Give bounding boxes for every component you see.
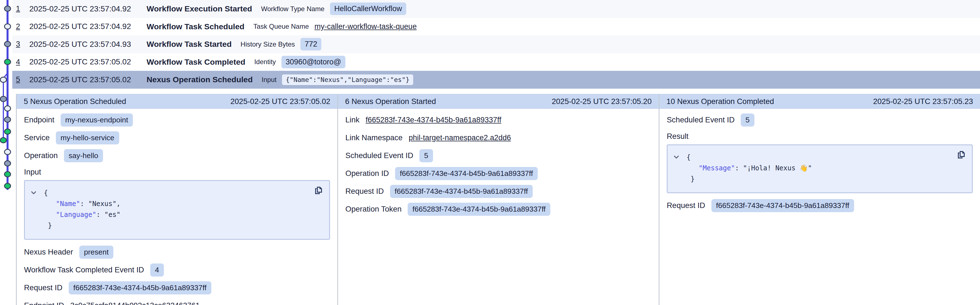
timeline-dot-light <box>5 24 11 29</box>
event-row[interactable]: 5 2025-02-25 UTC 23:57:05.02 Nexus Opera… <box>12 71 980 88</box>
field-value: my-hello-service <box>56 131 119 144</box>
timeline-dot-light <box>0 77 6 82</box>
field-link[interactable]: f665283f-743e-4374-b45b-9a61a89337ff <box>366 116 501 124</box>
json-code: { "Name": "Nexus", "Language": "es" } <box>44 188 307 231</box>
panel-title: 5 Nexus Operation Scheduled <box>24 97 126 106</box>
json-code-line: } <box>687 174 950 185</box>
detail-field: Request ID f665283f-743e-4374-b45b-9a61a… <box>667 196 973 214</box>
json-code-line: "Name": "Nexus", <box>44 199 307 209</box>
json-code-block: { "Message": "¡Hola! Nexus 👋" } <box>667 144 973 193</box>
field-label: Nexus Header <box>24 248 73 256</box>
event-name: Workflow Execution Started <box>146 4 252 13</box>
timeline-dot-light <box>5 149 11 155</box>
event-id-link[interactable]: 4 <box>16 58 29 66</box>
field-label: Endpoint ID <box>24 301 64 305</box>
event-id-link[interactable]: 3 <box>16 40 29 49</box>
event-detail-link[interactable]: my-caller-workflow-task-queue <box>314 22 417 31</box>
chevron-down-icon[interactable] <box>31 191 36 194</box>
json-code-line: "Language": "es" <box>44 209 307 220</box>
panel-title: 6 Nexus Operation Started <box>345 97 436 106</box>
code-section: Input { "Name": "Nexus", "Language": "es… <box>24 167 330 240</box>
copy-icon[interactable] <box>956 150 966 160</box>
field-label: Operation Token <box>345 205 401 213</box>
event-row[interactable]: 4 2025-02-25 UTC 23:57:05.02 Workflow Ta… <box>12 53 980 71</box>
field-value: 5 <box>741 114 754 126</box>
code-section-label: Result <box>667 131 973 141</box>
field-link[interactable]: phil-target-namespace2.a2dd6 <box>409 134 511 142</box>
copy-icon[interactable] <box>313 185 324 196</box>
detail-field: Nexus Header present <box>24 243 330 261</box>
detail-field: Operation ID f665283f-743e-4374-b45b-9a6… <box>345 164 651 182</box>
json-code-line: } <box>44 220 307 231</box>
code-section: Result { "Message": "¡Hola! Nexus 👋" } <box>667 131 973 193</box>
event-row[interactable]: 2 2025-02-25 UTC 23:57:04.92 Workflow Ta… <box>12 18 980 36</box>
field-value: 4 <box>150 264 164 277</box>
detail-field: Workflow Task Completed Event ID 4 <box>24 261 330 279</box>
chevron-down-icon[interactable] <box>674 155 679 159</box>
event-detail-panel: 5 Nexus Operation Scheduled 2025-02-25 U… <box>16 94 337 305</box>
detail-field: Operation Token f665283f-743e-4374-b45b-… <box>345 200 651 218</box>
detail-field: Scheduled Event ID 5 <box>667 111 973 129</box>
event-detail-panels: 5 Nexus Operation Scheduled 2025-02-25 U… <box>16 94 980 305</box>
timeline-dot-gray <box>5 41 11 47</box>
detail-field: Request ID f665283f-743e-4374-b45b-9a61a… <box>345 182 651 200</box>
detail-field: Request ID f665283f-743e-4374-b45b-9a61a… <box>24 279 330 297</box>
timeline-dot-gray <box>5 117 11 122</box>
timeline-dot-gray <box>5 6 11 11</box>
panel-timestamp: 2025-02-25 UTC 23:57:05.23 <box>873 97 973 106</box>
field-label: Operation <box>24 151 58 160</box>
detail-field: Operation say-hello <box>24 147 330 164</box>
field-value: f665283f-743e-4374-b45b-9a61a89337ff <box>395 167 538 180</box>
field-link[interactable]: 3c0c75ccfa8144b092c13ce632463761 <box>70 301 200 305</box>
event-timeline <box>0 0 16 305</box>
field-value: f665283f-743e-4374-b45b-9a61a89337ff <box>407 203 550 216</box>
json-code-line: "Message": "¡Hola! Nexus 👋" <box>687 163 950 174</box>
field-label: Request ID <box>24 283 62 292</box>
timeline-dot-green <box>5 59 11 65</box>
event-rows: 1 2025-02-25 UTC 23:57:04.92 Workflow Ex… <box>12 0 980 88</box>
event-row[interactable]: 1 2025-02-25 UTC 23:57:04.92 Workflow Ex… <box>12 0 980 18</box>
panel-body: Link f665283f-743e-4374-b45b-9a61a89337f… <box>338 109 659 218</box>
event-row[interactable]: 3 2025-02-25 UTC 23:57:04.93 Workflow Ta… <box>12 35 980 53</box>
panel-body: Endpoint my-nexus-endpoint Service my-he… <box>17 109 337 305</box>
json-code: { "Message": "¡Hola! Nexus 👋" } <box>687 152 950 185</box>
detail-field: Service my-hello-service <box>24 129 330 147</box>
event-detail-panel: 10 Nexus Operation Completed 2025-02-25 … <box>659 94 980 305</box>
field-label: Scheduled Event ID <box>345 151 413 160</box>
temporal-event-history-screen: 1 2025-02-25 UTC 23:57:04.92 Workflow Ex… <box>0 0 980 305</box>
timeline-dot-gray <box>0 96 6 102</box>
event-detail-label: Workflow Type Name <box>261 5 325 13</box>
panel-header: 5 Nexus Operation Scheduled 2025-02-25 U… <box>17 94 337 109</box>
field-value: f665283f-743e-4374-b45b-9a61a89337ff <box>390 185 533 198</box>
timeline-dot-light <box>5 106 11 111</box>
timeline-dot-green <box>5 172 11 177</box>
field-label: Request ID <box>345 187 384 196</box>
field-value: f665283f-743e-4374-b45b-9a61a89337ff <box>711 199 854 212</box>
field-label: Request ID <box>667 201 705 210</box>
event-name: Workflow Task Started <box>146 40 232 49</box>
event-id-link[interactable]: 1 <box>16 5 29 13</box>
event-id-link[interactable]: 2 <box>16 22 29 31</box>
field-label: Link Namespace <box>345 133 402 142</box>
event-id-link[interactable]: 5 <box>16 75 29 84</box>
event-detail-label: Task Queue Name <box>253 22 309 30</box>
detail-field: Link f665283f-743e-4374-b45b-9a61a89337f… <box>345 111 651 129</box>
event-detail-label: History Size Bytes <box>241 40 295 48</box>
field-label: Workflow Task Completed Event ID <box>24 265 144 274</box>
event-time: 2025-02-25 UTC 23:57:04.92 <box>29 5 146 13</box>
timeline-dot-green <box>0 138 6 143</box>
event-detail-label: Input <box>262 76 277 84</box>
event-time: 2025-02-25 UTC 23:57:05.02 <box>29 57 146 66</box>
event-name: Nexus Operation Scheduled <box>146 75 253 84</box>
field-label: Scheduled Event ID <box>667 115 735 124</box>
detail-field: Endpoint my-nexus-endpoint <box>24 111 330 129</box>
field-value: f665283f-743e-4374-b45b-9a61a89337ff <box>69 281 212 294</box>
detail-field: Link Namespace phil-target-namespace2.a2… <box>345 129 651 147</box>
timeline-dot-green <box>5 183 11 189</box>
event-detail-value: {"Name":"Nexus","Language":"es"} <box>282 74 413 85</box>
field-label: Service <box>24 133 50 142</box>
panel-body: Scheduled Event ID 5 Result { "Message":… <box>659 109 980 214</box>
json-code-block: { "Name": "Nexus", "Language": "es" } <box>24 180 330 240</box>
field-value: 5 <box>419 149 433 162</box>
field-label: Endpoint <box>24 115 54 124</box>
